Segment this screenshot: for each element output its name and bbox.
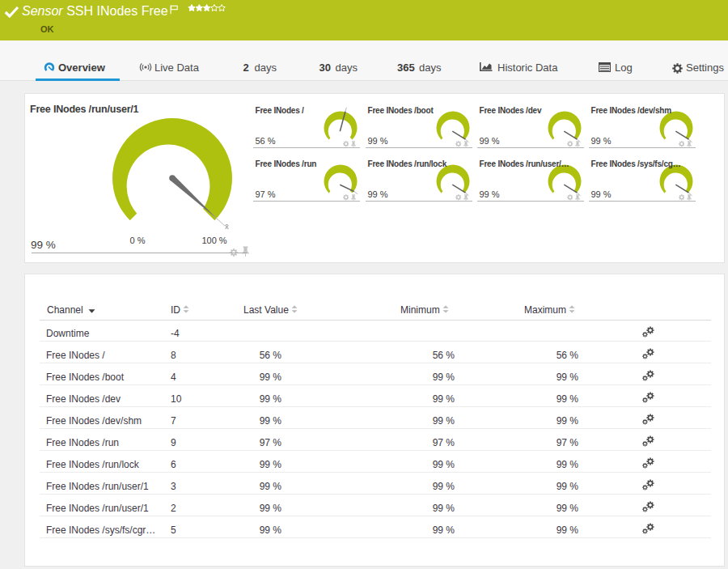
svg-text:x̄: x̄	[225, 222, 229, 231]
